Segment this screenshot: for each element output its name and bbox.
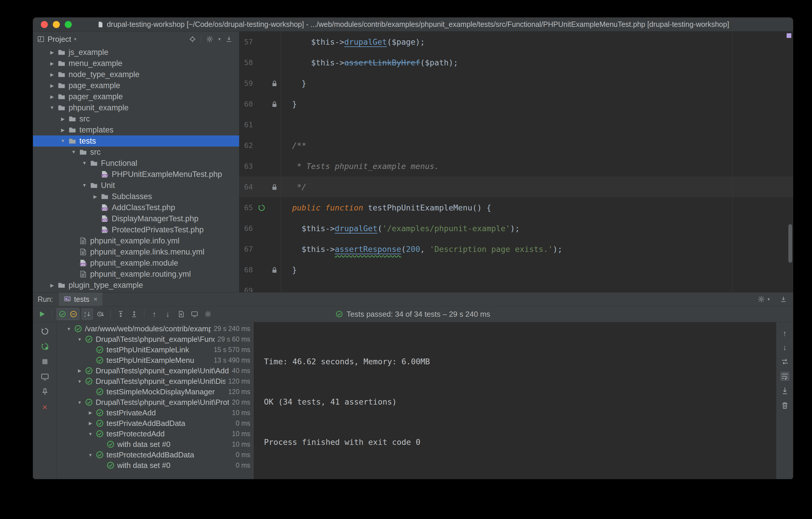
chevron-right-icon[interactable]: ▶ — [57, 116, 68, 122]
expand-all-button[interactable] — [115, 308, 126, 320]
show-ignored-toggle[interactable] — [68, 308, 79, 320]
project-tree-item-displaymanagertest-php[interactable]: phpDisplayManagerTest.php — [33, 213, 239, 224]
pin-tab-icon[interactable] — [40, 388, 49, 397]
close-window-button[interactable] — [41, 21, 48, 28]
test-tree-item-drupal-tests-phpunit-example-functional-phpunitexamplemenutest[interactable]: ▼Drupal\Tests\phpunit_example\Functional… — [57, 334, 254, 345]
clear-all-icon[interactable] — [781, 401, 789, 410]
editor-line-66[interactable]: 66 $this->drupalGet('/examples/phpunit-e… — [239, 218, 793, 239]
chevron-right-icon[interactable]: ▶ — [47, 94, 57, 100]
project-tree-item-tests[interactable]: ▼tests — [33, 135, 239, 146]
editor-line-62[interactable]: 62 /** — [239, 135, 793, 156]
hide-panel-icon[interactable] — [225, 35, 233, 43]
sort-alphabetically-toggle[interactable]: az — [82, 308, 93, 320]
scroll-to-source-icon[interactable] — [781, 357, 789, 366]
test-tree-item-with-data-set-0[interactable]: with data set #00 ms — [57, 460, 254, 470]
test-tree-item-drupal-tests-phpunit-example-unit-displaymanagertest[interactable]: ▼Drupal\Tests\phpunit_example\Unit\Displ… — [57, 376, 254, 386]
gear-icon[interactable] — [757, 295, 765, 303]
project-tree-item-unit[interactable]: ▼Unit — [33, 180, 239, 191]
code-editor[interactable]: 57 $this->drupalGet($page);58 $this->ass… — [239, 31, 793, 292]
test-tree-item-testprivateaddbaddata[interactable]: ▶testPrivateAddBadData0 ms — [57, 418, 254, 429]
project-tree-item-phpunit-example[interactable]: ▼phpunit_example — [33, 102, 239, 113]
test-tree-item-testsimplemockdisplaymanager[interactable]: testSimpleMockDisplayManager120 ms — [57, 386, 254, 397]
project-tree-item-phpunit-example-links-menu-yml[interactable]: phpunit_example.links.menu.yml — [33, 246, 239, 257]
locate-file-icon[interactable] — [189, 35, 196, 43]
minimize-window-button[interactable] — [53, 21, 60, 28]
editor-line-69[interactable]: 69 — [239, 280, 793, 292]
test-tree-item-testphpunitexamplelink[interactable]: testPhpUnitExampleLink15 s 570 ms — [57, 345, 254, 355]
previous-failed-test-button[interactable]: ↑ — [149, 308, 160, 320]
test-tree-item-testprotectedaddbaddata[interactable]: ▼testProtectedAddBadData0 ms — [57, 449, 254, 460]
chevron-right-icon[interactable]: ▶ — [75, 368, 85, 373]
chevron-down-icon[interactable]: ▼ — [85, 453, 96, 457]
sort-by-duration-button[interactable] — [95, 308, 106, 320]
project-tree-item-menu-example[interactable]: ▶menu_example — [33, 58, 239, 69]
test-tree-item-drupal-tests-phpunit-example-unit-addclasstest[interactable]: ▶Drupal\Tests\phpunit_example\Unit\AddCl… — [57, 365, 254, 376]
move-up-icon[interactable]: ↑ — [783, 329, 787, 337]
chevron-down-icon[interactable]: ▼ — [79, 161, 90, 166]
rerun-icon[interactable] — [40, 327, 49, 336]
chevron-down-icon[interactable]: ▼ — [47, 105, 57, 110]
test-settings-button[interactable] — [202, 308, 213, 320]
run-test-icon[interactable] — [258, 204, 266, 212]
editor-line-63[interactable]: 63 * Tests phpunit_example menus. — [239, 156, 793, 176]
test-tree-item-drupal-tests-phpunit-example-unit-protectedprivatestest[interactable]: ▼Drupal\Tests\phpunit_example\Unit\Prote… — [57, 397, 254, 408]
show-passed-toggle[interactable] — [57, 308, 68, 320]
soft-wrap-icon[interactable] — [781, 372, 789, 381]
chevron-down-icon[interactable]: ▼ — [57, 138, 68, 144]
rerun-tests-button[interactable] — [36, 308, 48, 320]
chevron-down-icon[interactable]: ▼ — [64, 326, 74, 331]
project-tree-item-plugin-type-example[interactable]: ▶plugin_type_example — [33, 280, 239, 291]
stop-icon[interactable] — [40, 357, 49, 366]
project-tree-item-templates[interactable]: ▶templates — [33, 124, 239, 135]
project-tree-item-phpunitexamplemenutest-php[interactable]: phpPHPUnitExampleMenuTest.php — [33, 169, 239, 180]
project-panel-title[interactable]: Project — [48, 35, 71, 44]
editor-line-64[interactable]: 64 */ — [239, 176, 793, 197]
project-tree-item-phpunit-example-info-yml[interactable]: phpunit_example.info.yml — [33, 235, 239, 246]
project-tree-item-phpunit-example-module[interactable]: phpphpunit_example.module — [33, 257, 239, 269]
project-tree-item-protectedprivatestest-php[interactable]: phpProtectedPrivatesTest.php — [33, 224, 239, 235]
move-down-icon[interactable]: ↓ — [783, 343, 787, 351]
gear-icon[interactable] — [206, 35, 213, 43]
chevron-right-icon[interactable]: ▶ — [47, 83, 57, 88]
project-tree-item-subclasses[interactable]: ▶Subclasses — [33, 191, 239, 202]
error-stripe-marker[interactable] — [787, 33, 791, 38]
import-test-results-button[interactable] — [176, 308, 187, 320]
chevron-right-icon[interactable]: ▶ — [47, 50, 57, 55]
test-tree-item-testprotectedadd[interactable]: ▼testProtectedAdd10 ms — [57, 429, 254, 439]
rerun-failed-tests-icon[interactable] — [40, 342, 49, 351]
chevron-right-icon[interactable]: ▶ — [47, 61, 57, 66]
collapse-all-button[interactable] — [128, 308, 140, 320]
chevron-down-icon[interactable]: ▼ — [75, 379, 85, 384]
chevron-right-icon[interactable]: ▶ — [47, 282, 57, 288]
chevron-down-icon[interactable]: ▾ — [74, 36, 77, 42]
chevron-down-icon[interactable]: ▼ — [85, 431, 96, 436]
chevron-right-icon[interactable]: ▶ — [85, 420, 96, 426]
project-tree-item-node-type-example[interactable]: ▶node_type_example — [33, 69, 239, 80]
project-tree-item-src[interactable]: ▼src — [33, 146, 239, 158]
chevron-down-icon[interactable]: ▼ — [79, 183, 90, 188]
editor-scrollbar[interactable] — [788, 224, 792, 263]
test-tree-item-testprivateadd[interactable]: ▶testPrivateAdd10 ms — [57, 408, 254, 418]
editor-line-67[interactable]: 67 $this->assertResponse(200, 'Descripti… — [239, 239, 793, 260]
project-tree-item-pager-example[interactable]: ▶pager_example — [33, 91, 239, 102]
chevron-right-icon[interactable]: ▶ — [47, 72, 57, 77]
test-history-button[interactable] — [189, 308, 200, 320]
hide-panel-icon[interactable] — [780, 295, 787, 303]
chevron-right-icon[interactable]: ▶ — [57, 127, 68, 133]
editor-line-57[interactable]: 57 $this->drupalGet($page); — [239, 31, 793, 52]
chevron-down-icon[interactable]: ▼ — [68, 149, 79, 155]
next-failed-test-button[interactable]: ↓ — [162, 308, 173, 320]
project-tree-item-src[interactable]: ▶src — [33, 113, 239, 124]
project-tree-item-phpunit-example-routing-yml[interactable]: phpunit_example.routing.yml — [33, 269, 239, 280]
console-output[interactable]: Time: 46.62 seconds, Memory: 6.00MB OK (… — [254, 322, 776, 479]
restore-layout-icon[interactable] — [40, 373, 49, 381]
chevron-down-icon[interactable]: ▼ — [75, 400, 85, 405]
chevron-right-icon[interactable]: ▶ — [85, 410, 96, 415]
test-tree-item-testphpunitexamplemenu[interactable]: testPhpUnitExampleMenu13 s 490 ms — [57, 355, 254, 365]
editor-line-60[interactable]: 60 } — [239, 94, 793, 114]
close-tab-icon[interactable]: × — [94, 295, 98, 303]
test-tree-item-var-www-web-modules-contrib-examples-phpunit-example[interactable]: ▼/var/www/web/modules/contrib/examples/p… — [57, 323, 254, 334]
project-tree-item-page-example[interactable]: ▶page_example — [33, 80, 239, 91]
editor-line-59[interactable]: 59 } — [239, 73, 793, 94]
editor-line-65[interactable]: 65 public function testPhpUnitExampleMen… — [239, 197, 793, 218]
